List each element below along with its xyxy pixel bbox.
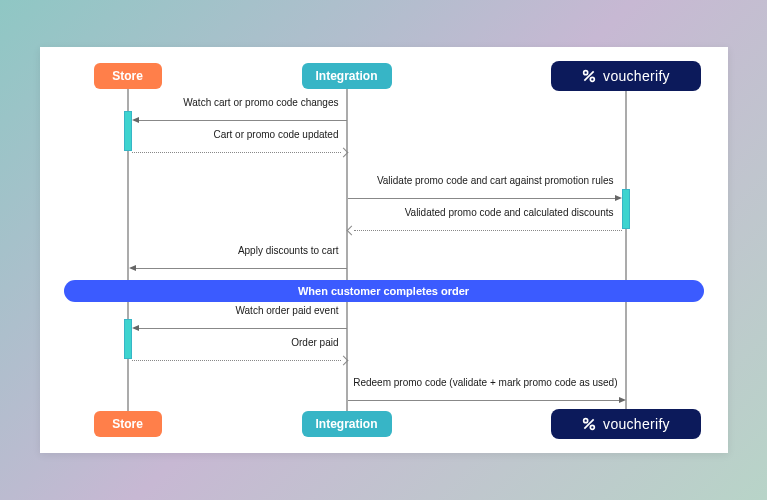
svg-point-1 bbox=[590, 77, 594, 81]
activation-voucherify-1 bbox=[622, 189, 630, 229]
participant-store-label: Store bbox=[112, 69, 143, 83]
svg-point-4 bbox=[590, 425, 594, 429]
participant-voucherify-label: voucherify bbox=[603, 68, 670, 84]
participant-integration-label: Integration bbox=[316, 69, 378, 83]
msg-validated: Validated promo code and calculated disc… bbox=[348, 221, 622, 239]
percent-icon bbox=[581, 416, 597, 432]
participant-store-bottom: Store bbox=[94, 411, 162, 437]
msg-apply-discounts: Apply discounts to cart bbox=[129, 259, 347, 277]
msg-watch-order: Watch order paid event bbox=[132, 319, 347, 337]
msg-order-paid: Order paid bbox=[132, 351, 347, 369]
participant-integration-bottom: Integration bbox=[302, 411, 392, 437]
divider-order-complete: When customer completes order bbox=[64, 280, 704, 302]
msg-order-paid-label: Order paid bbox=[291, 337, 338, 348]
msg-cart-updated-label: Cart or promo code updated bbox=[213, 129, 338, 140]
participant-store-label-bottom: Store bbox=[112, 417, 143, 431]
svg-point-3 bbox=[584, 419, 588, 423]
activation-store-1 bbox=[124, 111, 132, 151]
participant-voucherify-top: voucherify bbox=[551, 61, 701, 91]
msg-cart-updated: Cart or promo code updated bbox=[132, 143, 347, 161]
percent-icon bbox=[581, 68, 597, 84]
msg-apply-discounts-label: Apply discounts to cart bbox=[238, 245, 339, 256]
msg-watch-cart-label: Watch cart or promo code changes bbox=[183, 97, 338, 108]
msg-validate: Validate promo code and cart against pro… bbox=[348, 189, 622, 207]
msg-redeem: Redeem promo code (validate + mark promo… bbox=[348, 391, 626, 409]
participant-voucherify-bottom: voucherify bbox=[551, 409, 701, 439]
participant-voucherify-label-bottom: voucherify bbox=[603, 416, 670, 432]
divider-label: When customer completes order bbox=[298, 285, 469, 297]
msg-redeem-label: Redeem promo code (validate + mark promo… bbox=[353, 377, 617, 388]
participant-integration-top: Integration bbox=[302, 63, 392, 89]
lifeline-voucherify bbox=[625, 91, 627, 411]
participant-store-top: Store bbox=[94, 63, 162, 89]
msg-validate-label: Validate promo code and cart against pro… bbox=[377, 175, 614, 186]
participant-integration-label-bottom: Integration bbox=[316, 417, 378, 431]
msg-validated-label: Validated promo code and calculated disc… bbox=[405, 207, 614, 218]
svg-point-0 bbox=[584, 71, 588, 75]
activation-store-2 bbox=[124, 319, 132, 359]
sequence-diagram: Store Integration voucherify Watch cart … bbox=[40, 47, 728, 453]
msg-watch-cart: Watch cart or promo code changes bbox=[132, 111, 347, 129]
msg-watch-order-label: Watch order paid event bbox=[235, 305, 338, 316]
svg-line-2 bbox=[584, 71, 593, 80]
svg-line-5 bbox=[584, 419, 593, 428]
